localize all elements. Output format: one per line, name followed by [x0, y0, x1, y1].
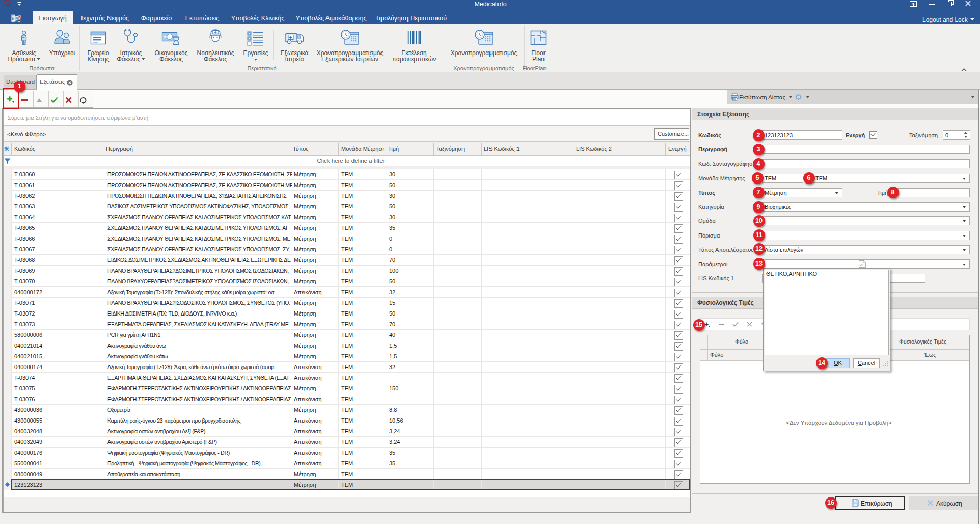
svg-text:a: a: [860, 262, 863, 267]
